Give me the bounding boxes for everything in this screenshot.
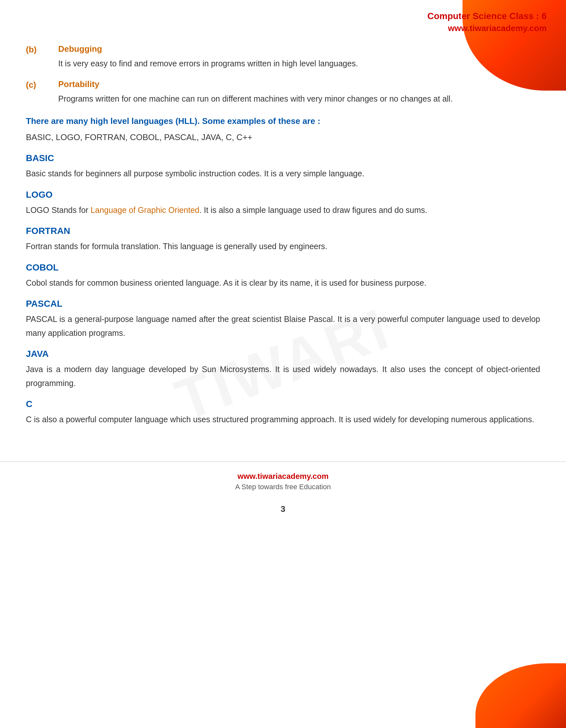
logo-title: LOGO <box>26 190 540 200</box>
header-title: Computer Science Class : 6 <box>427 10 547 22</box>
java-body: Java is a modern day language developed … <box>26 362 540 390</box>
java-title: JAVA <box>26 349 540 359</box>
footer-tagline: A Step towards free Education <box>26 483 540 491</box>
header-website: www.tiwariacademy.com <box>427 22 547 34</box>
portability-body: Programs written for one machine can run… <box>58 92 540 106</box>
section-fortran: FORTRAN Fortran stands for formula trans… <box>26 226 540 253</box>
logo-body-suffix: . It is also a simple language used to d… <box>199 205 427 215</box>
cobol-body: Cobol stands for common business oriente… <box>26 276 540 290</box>
logo-body-highlight: Language of Graphic Oriented <box>91 205 199 215</box>
fortran-title: FORTRAN <box>26 226 540 236</box>
header: Computer Science Class : 6 www.tiwariaca… <box>0 0 566 41</box>
debugging-title: Debugging <box>58 44 540 54</box>
page-number: 3 <box>0 504 566 524</box>
portability-title: Portability <box>58 79 540 89</box>
hll-intro-section: There are many high level languages (HLL… <box>26 115 540 144</box>
pascal-title: PASCAL <box>26 299 540 309</box>
fortran-body: Fortran stands for formula translation. … <box>26 239 540 253</box>
cobol-title: COBOL <box>26 262 540 273</box>
c-body: C is also a powerful computer language w… <box>26 413 540 426</box>
header-text: Computer Science Class : 6 www.tiwariaca… <box>427 10 547 34</box>
hll-intro-text: There are many high level languages (HLL… <box>26 115 540 127</box>
basic-title: BASIC <box>26 153 540 163</box>
portability-content: Portability Programs written for one mac… <box>58 79 540 106</box>
debugging-body: It is very easy to find and remove error… <box>58 57 540 71</box>
section-c: C C is also a powerful computer language… <box>26 399 540 426</box>
section-debugging: (b) Debugging It is very easy to find an… <box>26 44 540 71</box>
section-basic: BASIC Basic stands for beginners all pur… <box>26 153 540 181</box>
basic-body: Basic stands for beginners all purpose s… <box>26 167 540 181</box>
footer: www.tiwariacademy.com A Step towards fre… <box>0 461 566 504</box>
footer-website: www.tiwariacademy.com <box>26 472 540 481</box>
pascal-body: PASCAL is a general-purpose language nam… <box>26 312 540 340</box>
section-java: JAVA Java is a modern day language devel… <box>26 349 540 390</box>
logo-body: LOGO Stands for Language of Graphic Orie… <box>26 203 540 217</box>
debugging-label: (b) <box>26 44 58 55</box>
main-content: (b) Debugging It is very easy to find an… <box>0 41 566 455</box>
c-title: C <box>26 399 540 409</box>
section-cobol: COBOL Cobol stands for common business o… <box>26 262 540 290</box>
section-pascal: PASCAL PASCAL is a general-purpose langu… <box>26 299 540 340</box>
section-logo: LOGO LOGO Stands for Language of Graphic… <box>26 190 540 217</box>
logo-body-prefix: LOGO Stands for <box>26 205 91 215</box>
debugging-content: Debugging It is very easy to find and re… <box>58 44 540 71</box>
hll-examples-text: BASIC, LOGO, FORTRAN, COBOL, PASCAL, JAV… <box>26 131 540 144</box>
portability-label: (c) <box>26 79 58 90</box>
section-portability: (c) Portability Programs written for one… <box>26 79 540 106</box>
bg-gradient-bottom-right <box>475 663 566 728</box>
